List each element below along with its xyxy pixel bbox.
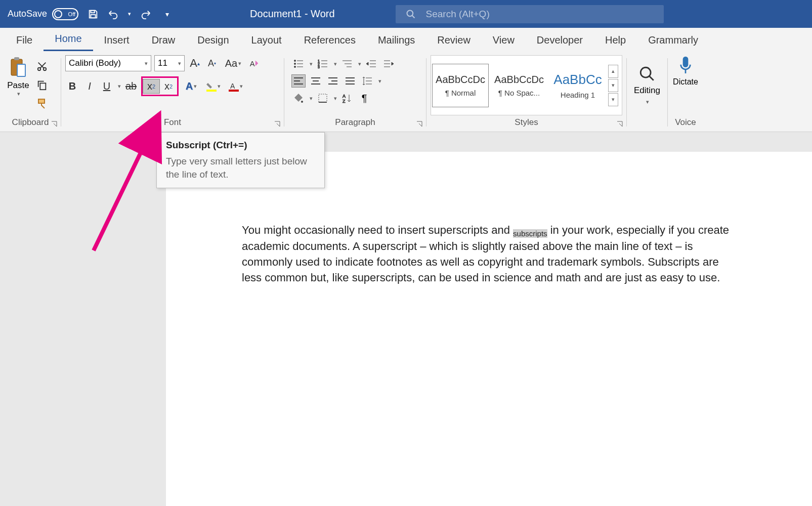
style-heading1[interactable]: AaBbCc Heading 1 (549, 64, 606, 107)
toggle-state: Off (68, 11, 75, 17)
styles-scroll-down[interactable]: ▾ (608, 79, 618, 92)
shading-dropdown[interactable]: ▾ (310, 95, 313, 102)
style-preview: AaBbCc (553, 72, 602, 88)
borders-dropdown[interactable]: ▾ (334, 95, 337, 102)
undo-dropdown[interactable]: ▾ (128, 11, 131, 17)
tab-grammarly[interactable]: Grammarly (637, 29, 709, 51)
tab-mailings[interactable]: Mailings (367, 29, 426, 51)
bullets-button[interactable] (291, 57, 306, 70)
group-styles: AaBbCcDc ¶ Normal AaBbCcDc ¶ No Spac... … (426, 55, 626, 132)
styles-scroll-up[interactable]: ▴ (608, 65, 618, 78)
autosave-switch[interactable]: Off (52, 8, 78, 20)
redo-icon[interactable] (140, 9, 151, 20)
subscript-tooltip: Subscript (Ctrl+=) Type very small lette… (156, 132, 325, 188)
styles-launcher-icon[interactable] (616, 120, 623, 128)
find-icon[interactable] (638, 65, 656, 82)
styles-expand[interactable]: ▾ (608, 93, 618, 106)
clipboard-launcher-icon[interactable] (51, 120, 58, 128)
shrink-font-button[interactable]: A▾ (205, 56, 219, 71)
font-launcher-icon[interactable] (274, 120, 281, 128)
dictate-icon[interactable] (677, 55, 694, 75)
align-center-button[interactable] (309, 74, 323, 88)
svg-rect-0 (91, 10, 94, 13)
tab-help[interactable]: Help (594, 29, 637, 51)
tab-review[interactable]: Review (426, 29, 482, 51)
editing-dropdown[interactable]: ▾ (646, 99, 649, 105)
format-painter-icon[interactable] (36, 97, 49, 110)
grow-font-button[interactable]: A▴ (188, 56, 202, 71)
subscript-button[interactable]: x2 (143, 79, 160, 94)
document-page[interactable]: You might occasionally need to insert su… (166, 152, 812, 506)
svg-rect-12 (229, 90, 239, 92)
line-spacing-dropdown[interactable]: ▾ (378, 78, 381, 85)
tab-file[interactable]: File (5, 29, 44, 51)
numbering-dropdown[interactable]: ▾ (334, 61, 337, 67)
clipboard-group-label: Clipboard (4, 115, 57, 130)
tab-home[interactable]: Home (44, 28, 93, 51)
style-no-spacing[interactable]: AaBbCcDc ¶ No Spac... (491, 64, 547, 107)
svg-rect-24 (683, 57, 689, 67)
search-bar[interactable] (396, 5, 664, 23)
tooltip-body: Type very small letters just below the l… (166, 155, 315, 181)
bold-button[interactable]: B (65, 79, 79, 94)
multilevel-list-button[interactable] (340, 57, 354, 70)
line-spacing-button[interactable] (360, 74, 374, 88)
copy-icon[interactable] (36, 78, 48, 92)
increase-indent-button[interactable] (381, 57, 396, 70)
font-name-value: Calibri (Body) (69, 58, 121, 68)
tab-draw[interactable]: Draw (141, 29, 187, 51)
multilevel-dropdown[interactable]: ▾ (358, 61, 361, 67)
shading-button[interactable] (291, 92, 306, 105)
svg-point-13 (294, 60, 296, 62)
font-name-combo[interactable]: Calibri (Body)▾ (65, 55, 151, 71)
style-preview: AaBbCcDc (494, 74, 544, 86)
tab-references[interactable]: References (293, 29, 367, 51)
style-name: ¶ No Spac... (498, 89, 540, 97)
tab-layout[interactable]: Layout (240, 29, 293, 51)
clear-formatting-button[interactable]: A (247, 56, 262, 71)
svg-point-2 (407, 10, 413, 16)
svg-rect-4 (14, 57, 19, 60)
paste-dropdown[interactable]: ▾ (17, 91, 20, 97)
underline-dropdown[interactable]: ▾ (118, 83, 121, 90)
tab-insert[interactable]: Insert (93, 29, 141, 51)
decrease-indent-button[interactable] (364, 57, 378, 70)
tooltip-title: Subscript (Ctrl+=) (166, 140, 315, 151)
numbering-button[interactable]: 123 (316, 57, 330, 70)
undo-icon[interactable] (108, 9, 119, 20)
autosave-toggle[interactable]: AutoSave Off (8, 8, 78, 20)
tab-view[interactable]: View (482, 29, 526, 51)
font-size-combo[interactable]: 11▾ (154, 55, 185, 71)
toggle-knob (54, 10, 62, 18)
tab-design[interactable]: Design (186, 29, 240, 51)
save-icon[interactable] (88, 9, 99, 20)
document-paragraph[interactable]: You might occasionally need to insert su… (242, 223, 738, 286)
qat-customize-dropdown[interactable]: ▾ (165, 10, 169, 18)
font-color-button[interactable]: A▾ (226, 79, 245, 94)
bullets-dropdown[interactable]: ▾ (310, 61, 313, 67)
style-normal[interactable]: AaBbCcDc ¶ Normal (432, 64, 489, 107)
align-right-button[interactable] (326, 74, 340, 88)
search-input[interactable] (426, 9, 654, 20)
font-group-label: Font (65, 115, 280, 130)
underline-button[interactable]: U (100, 79, 114, 94)
sort-button[interactable]: AZ (340, 92, 354, 105)
borders-button[interactable] (316, 92, 330, 105)
ribbon-tabs: File Home Insert Draw Design Layout Refe… (0, 28, 812, 51)
text-effects-button[interactable]: A▾ (182, 79, 201, 94)
align-left-button[interactable] (291, 74, 306, 88)
italic-button[interactable]: I (82, 79, 97, 94)
tab-developer[interactable]: Developer (526, 29, 594, 51)
cut-icon[interactable] (36, 59, 48, 73)
paste-button[interactable]: Paste ▾ (4, 57, 32, 97)
change-case-button[interactable]: Aa▾ (222, 56, 244, 71)
superscript-button[interactable]: x2 (160, 79, 177, 94)
show-hide-marks-button[interactable]: ¶ (357, 92, 371, 105)
highlight-button[interactable]: ▾ (204, 79, 223, 94)
group-editing: Editing ▾ (627, 55, 667, 132)
paragraph-launcher-icon[interactable] (416, 120, 423, 128)
style-preview: AaBbCcDc (436, 74, 485, 86)
subscripted-selection[interactable]: subscripts (513, 229, 547, 238)
strikethrough-button[interactable]: ab (124, 79, 138, 94)
justify-button[interactable] (343, 74, 357, 88)
